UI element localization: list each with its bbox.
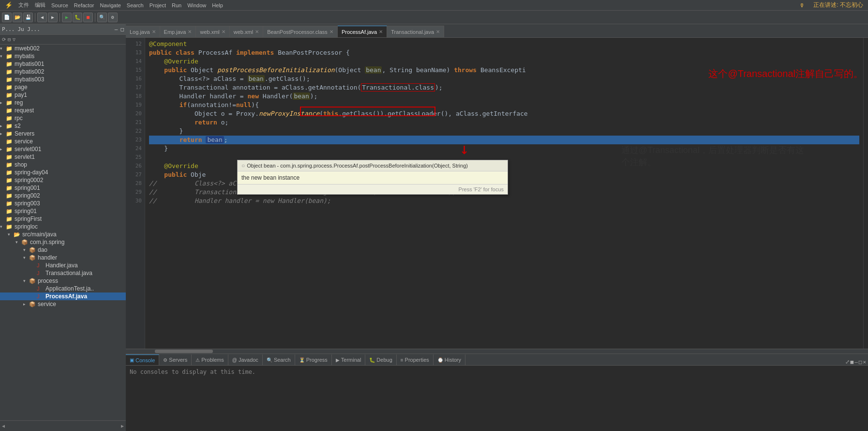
btab-action-minimize[interactable]: — <box>854 359 858 365</box>
tab-close-1[interactable]: ✕ <box>188 29 192 34</box>
sidebar-toolbar-sync[interactable]: ⟳ <box>2 37 6 42</box>
sidebar-item-23[interactable]: ▾📁springloc <box>0 223 126 231</box>
sidebar-item-22[interactable]: 📁springFirst <box>0 215 126 223</box>
horizontal-scrollbar[interactable] <box>126 349 868 354</box>
sidebar-item-8[interactable]: 📁request <box>0 107 126 114</box>
sidebar-item-14[interactable]: 📁servlet1 <box>0 153 126 161</box>
toolbar-stop[interactable]: ■ <box>83 13 93 22</box>
toolbar-settings[interactable]: ⚙ <box>108 13 118 22</box>
menu-window[interactable]: Window <box>184 2 209 8</box>
bottom-tab-properties[interactable]: ≡Properties <box>397 354 434 365</box>
tab-close-5[interactable]: ✕ <box>379 29 383 34</box>
sidebar-item-27[interactable]: ▾📦handler <box>0 254 126 262</box>
tab-0[interactable]: Log.java✕ <box>126 26 160 37</box>
sidebar-item-10[interactable]: ▸📁s2 <box>0 122 126 130</box>
sidebar-maximize[interactable]: □ <box>120 26 124 32</box>
btab-action-1[interactable]: ⤢ <box>845 359 850 365</box>
btab-action-close[interactable]: ✕ <box>863 359 866 365</box>
tab-4[interactable]: BeanPostProcessor.class✕ <box>263 26 338 37</box>
menu-navigate[interactable]: Navigate <box>97 2 123 8</box>
sidebar-item-4[interactable]: 📁mybatis003 <box>0 76 126 83</box>
bottom-tab-search[interactable]: 🔍Search <box>263 354 295 365</box>
sidebar-item-15[interactable]: 📁shop <box>0 161 126 169</box>
sidebar-scroll-right[interactable]: ▶ <box>121 423 124 429</box>
bottom-tab-terminal[interactable]: ▶Terminal <box>332 354 366 365</box>
sidebar-minimize[interactable]: — <box>115 26 118 32</box>
menu-help[interactable]: Help <box>209 2 226 8</box>
bottom-tab-console[interactable]: ▣Console <box>126 354 159 365</box>
toolbar-run[interactable]: ▶ <box>62 13 72 22</box>
menu-source[interactable]: Source <box>48 2 71 8</box>
bottom-tab-problems[interactable]: ⚠Problems <box>192 354 228 365</box>
bottom-tab-debug[interactable]: 🐛Debug <box>365 354 396 365</box>
folder-icon: 📁 <box>6 131 14 137</box>
tab-close-3[interactable]: ✕ <box>255 29 259 34</box>
tree-label: shop <box>15 161 27 168</box>
tab-2[interactable]: web.xml✕ <box>196 26 229 37</box>
sidebar-item-17[interactable]: 📁spring0002 <box>0 176 126 184</box>
sidebar-item-16[interactable]: 📁spring-day04 <box>0 169 126 176</box>
tab-close-6[interactable]: ✕ <box>436 29 440 34</box>
vertical-scrollbar[interactable] <box>863 38 868 349</box>
sidebar-item-28[interactable]: JHandler.java <box>0 262 126 269</box>
bottom-tab-servers[interactable]: ⚙Servers <box>159 354 192 365</box>
sidebar-item-2[interactable]: 📁mybatis001 <box>0 60 126 68</box>
menu-search[interactable]: Search <box>124 2 147 8</box>
menu-file[interactable]: 文件 <box>15 1 32 9</box>
toolbar-search[interactable]: 🔍 <box>97 13 107 22</box>
sidebar-item-20[interactable]: 📁spring003 <box>0 200 126 207</box>
menu-run[interactable]: Run <box>169 2 184 8</box>
sidebar-toolbar-filter[interactable]: ▽ <box>13 37 15 42</box>
sidebar-item-9[interactable]: 📁rpc <box>0 114 126 122</box>
tab-close-4[interactable]: ✕ <box>329 29 333 34</box>
menu-refactor[interactable]: Refactor <box>71 2 97 8</box>
tab-5[interactable]: ProcessAf.java✕ <box>338 26 387 37</box>
sidebar-item-31[interactable]: JApplicationTest.ja.. <box>0 285 126 292</box>
tab-close-2[interactable]: ✕ <box>222 29 225 34</box>
h-scroll-thumb[interactable] <box>155 350 213 353</box>
tree-arrow-expanded: ▾ <box>15 240 21 245</box>
sidebar-item-26[interactable]: ▾📦dao <box>0 246 126 254</box>
sidebar-item-6[interactable]: 📁pay1 <box>0 91 126 99</box>
sidebar-item-12[interactable]: 📁service <box>0 138 126 145</box>
toolbar-back[interactable]: ◀ <box>37 13 47 22</box>
toolbar-open[interactable]: 📂 <box>13 13 22 22</box>
bottom-tab-javadoc[interactable]: @Javadoc <box>228 354 263 365</box>
sidebar-item-13[interactable]: ▸📁servlet001 <box>0 145 126 153</box>
tab-1[interactable]: Emp.java✕ <box>160 26 196 37</box>
sidebar-item-1[interactable]: ▾📁mybatis <box>0 52 126 60</box>
tree-label: s2 <box>15 123 21 129</box>
sidebar-item-19[interactable]: 📁spring002 <box>0 192 126 200</box>
sidebar-item-5[interactable]: 📁page <box>0 83 126 91</box>
sidebar-toolbar-collapse[interactable]: ⊟ <box>8 37 11 42</box>
tab-label-6: Transactional.java <box>391 29 434 35</box>
sidebar-item-11[interactable]: ▸📁Servers <box>0 130 126 138</box>
sidebar-item-24[interactable]: ▾📂src/main/java <box>0 231 126 238</box>
tab-3[interactable]: web.xml✕ <box>230 26 263 37</box>
tab-6[interactable]: Transactional.java✕ <box>387 26 444 37</box>
sidebar-item-7[interactable]: ▸📁reg <box>0 99 126 107</box>
menu-edit[interactable]: 编辑 <box>32 1 48 9</box>
toolbar-new[interactable]: 📄 <box>2 13 12 22</box>
sidebar-item-33[interactable]: ▸📦service <box>0 300 126 308</box>
sidebar-scroll-left[interactable]: ◀ <box>2 423 5 429</box>
sidebar-item-30[interactable]: ▾📦process <box>0 277 126 285</box>
sidebar-item-3[interactable]: 📁mybatis002 <box>0 68 126 76</box>
tab-bar: Log.java✕Emp.java✕web.xml✕web.xml✕BeanPo… <box>126 24 868 38</box>
bottom-tab-progress[interactable]: ⏳Progress <box>295 354 332 365</box>
bottom-tab-history[interactable]: ⌚History <box>434 354 465 365</box>
sidebar-item-29[interactable]: JTransactional.java <box>0 269 126 277</box>
tab-close-0[interactable]: ✕ <box>152 29 156 34</box>
toolbar-debug[interactable]: 🐛 <box>73 13 82 22</box>
btab-action-2[interactable]: ■ <box>851 359 854 365</box>
btab-action-maximize[interactable]: □ <box>859 359 862 365</box>
sidebar-item-0[interactable]: ▾📁mweb002 <box>0 45 126 52</box>
toolbar-save[interactable]: 💾 <box>23 13 33 22</box>
sidebar-item-18[interactable]: 📁spring001 <box>0 184 126 192</box>
toolbar-forward[interactable]: ▶ <box>48 13 58 22</box>
menu-project[interactable]: Project <box>147 2 169 8</box>
sidebar-item-25[interactable]: ▾📦com.jn.spring <box>0 238 126 246</box>
sidebar-item-21[interactable]: 📁spring01 <box>0 207 126 215</box>
sidebar-item-32[interactable]: JProcessAf.java <box>0 292 126 300</box>
annotation-override: @Override <box>164 58 198 65</box>
